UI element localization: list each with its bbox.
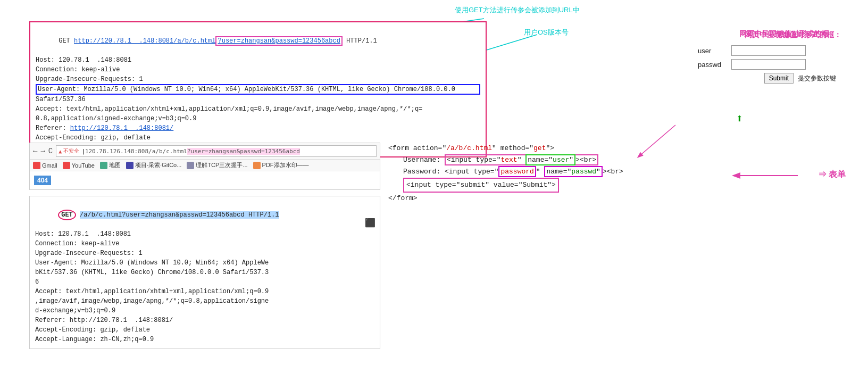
annotation-useragent: 用户OS版本号 <box>524 28 569 37</box>
back-button[interactable]: ← <box>33 147 37 155</box>
passwd-input[interactable] <box>731 59 806 70</box>
encoding-line: Accept-Encoding: gzip, deflate <box>36 133 480 143</box>
submit-note: 提交参数按键 <box>798 74 836 83</box>
url-query-highlight: ?user=zhangsan&passwd=123456abcd <box>187 148 300 155</box>
url-base: http://120.78.1 .148:8081/a/b/c.html <box>74 37 215 45</box>
path-query-highlight: /a/b/c.html?user=zhangsan&passwd=123456a… <box>80 211 279 219</box>
url-path: /a/b/c.html <box>148 148 187 155</box>
bottom-ua3: 6 <box>35 277 374 287</box>
annotation-form: ⇒ 表单 <box>818 169 846 180</box>
browser-area: ← → C ▲ 不安全 | 120.78.126.148:808/a/b/c.h… <box>29 143 380 190</box>
error-404-badge: 404 <box>34 176 51 185</box>
get-circle: GET <box>58 210 76 220</box>
form-close-tag: </form> <box>388 193 665 204</box>
http-request-box-bottom: ⬛ GET /a/b/c.html?user=zhangsan&passwd=1… <box>29 196 380 349</box>
referer-url: http://120.78.1 .148:8081/ <box>70 125 173 132</box>
host-line: Host: 120.78.1 .148:8081 <box>36 55 480 65</box>
http-request-top: GET http://120.78.1 .148:8081/a/b/c.html… <box>29 21 487 157</box>
type-password-highlight: password <box>498 166 536 177</box>
bottom-host: Host: 120.78.1 .148:8081 <box>35 229 374 239</box>
bottom-request-line: GET /a/b/c.html?user=zhangsan&passwd=123… <box>35 201 374 229</box>
useragent-line: User-Agent: Mozilla/5.0 (Windows NT 10.0… <box>36 84 480 95</box>
bottom-referer: Referer: http://120.78.1 .148:8081/ <box>35 316 374 325</box>
annotation-form-label: 网页中呈现键值对形式的框： <box>745 30 841 40</box>
username-input-code: <input type="text" name="user"><br> <box>445 154 598 165</box>
name-passwd-highlight: name="passwd" <box>544 166 602 177</box>
http-version: HTTP/1.1 <box>343 37 377 45</box>
referer-line: Referer: http://120.78.1 .148:8081/ <box>36 123 480 133</box>
submit-line: <input type="submit" value="Submit"> <box>388 178 665 193</box>
bottom-encoding: Accept-Encoding: gzip, deflate <box>35 325 374 335</box>
passwd-field-row: passwd <box>698 59 836 70</box>
user-label: user <box>698 47 727 55</box>
bottom-accept2: ,image/avif,image/webp,image/apng,*/*;q=… <box>35 296 374 306</box>
accept-line2: 0.8,application/signed-exchange;v=b3;q=0… <box>36 114 480 123</box>
bottom-ua1: User-Agent: Mozilla/5.0 (Windows NT 10.0… <box>35 258 374 268</box>
connection-line: Connection: keep-alive <box>36 65 480 74</box>
bookmark-project[interactable]: 项目·采索·GitCo... <box>126 161 181 169</box>
passwd-label: passwd <box>698 61 727 69</box>
bookmark-maps[interactable]: 地图 <box>100 161 121 169</box>
insecure-label: 不安全 <box>63 147 79 155</box>
submit-row: Submit 提交参数按键 <box>698 73 836 84</box>
forward-button[interactable]: → <box>40 147 45 155</box>
bottom-connection: Connection: keep-alive <box>35 239 374 248</box>
annotation-get-method: 使用GET方法进行传参会被添加到URL中 <box>455 5 580 15</box>
refresh-button[interactable]: C <box>48 147 53 155</box>
bookmark-youtube[interactable]: YouTube <box>63 162 95 169</box>
bookmark-gmail[interactable]: Gmail <box>33 162 57 169</box>
http-request-bottom: ⬛ GET /a/b/c.html?user=zhangsan&passwd=1… <box>29 196 380 349</box>
copy-icon[interactable]: ⬛ <box>365 218 375 228</box>
bottom-ua2: bKit/537.36 (KHTML, like Gecko) Chrome/1… <box>35 268 374 277</box>
submit-input-code: <input type="submit" value="Submit"> <box>403 178 559 193</box>
form-open-tag: <form action="/a/b/c.html" method="get"> <box>388 143 665 154</box>
html-code-area: <form action="/a/b/c.html" method="get">… <box>388 143 665 204</box>
up-arrow-icon: ⬆ <box>736 112 743 126</box>
http-request-box-top: GET http://120.78.1 .148:8081/a/b/c.html… <box>29 21 487 157</box>
lock-icon: ▲ <box>59 148 62 154</box>
password-line: Password: <input type="password" name="p… <box>388 166 665 178</box>
bottom-upgrade: Upgrade-Insecure-Requests: 1 <box>35 248 374 258</box>
accept-line: Accept: text/html,application/xhtml+xml,… <box>36 104 480 114</box>
browser-content: 404 <box>30 171 380 189</box>
bottom-accept1: Accept: text/html,application/xhtml+xml,… <box>35 287 374 296</box>
browser-toolbar: ← → C ▲ 不安全 | 120.78.126.148:808/a/b/c.h… <box>30 143 380 160</box>
username-line: Username: <input type="text" name="user"… <box>388 154 665 166</box>
bookmark-pdf[interactable]: PDF添加水印—— <box>253 161 309 169</box>
safari-line: Safari/537.36 <box>36 95 480 104</box>
user-field-row: user <box>698 45 836 56</box>
upgrade-line: Upgrade-Insecure-Requests: 1 <box>36 74 480 84</box>
bookmark-tcp[interactable]: 理解TCP三次握手... <box>187 161 247 169</box>
bottom-language: Accept-Language: zh-CN,zh;q=0.9 <box>35 335 374 344</box>
get-method: GET <box>59 37 74 45</box>
name-user-highlight: name="user" <box>525 154 575 165</box>
url-domain: 120.78.126.148:808 <box>85 148 148 155</box>
request-line: GET http://120.78.1 .148:8081/a/b/c.html… <box>36 27 480 55</box>
submit-button[interactable]: Submit <box>764 73 794 84</box>
browser-bookmarks: Gmail YouTube 地图 项目·采索·GitCo... 理解TCP三次握… <box>30 160 380 171</box>
address-bar[interactable]: ▲ 不安全 | 120.78.126.148:808/a/b/c.html?us… <box>56 145 377 157</box>
url-query: ?user=zhangsan&passwd=123456abcd <box>215 36 342 46</box>
bottom-accept3: d-exchange;v=b3;q=0.9 <box>35 306 374 316</box>
user-input[interactable] <box>731 45 806 56</box>
